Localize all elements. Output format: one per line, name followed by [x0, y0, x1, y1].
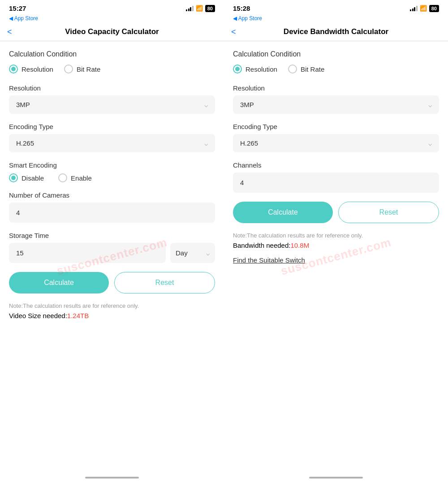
resolution-arrow-right: ⌵ — [428, 101, 432, 108]
back-arrow-right: < — [231, 27, 236, 37]
result-value-right: 10.8M — [290, 242, 309, 249]
status-bar-left: 15:27 📶 80 — [0, 0, 224, 14]
time-right: 15:28 — [233, 4, 250, 12]
storage-time-label: Storage Time — [9, 232, 215, 239]
wifi-icon-right: 📶 — [420, 5, 427, 12]
smart-enable-circle — [58, 173, 67, 182]
btn-row-left: Calculate Reset — [9, 272, 215, 293]
radio-circle-bitrate-right — [288, 65, 297, 73]
radio-circle-resolution-left — [9, 65, 18, 73]
result-value-left: 1.24TB — [67, 312, 89, 319]
calc-condition-label-right: Calculation Condition — [233, 50, 439, 58]
reset-button-left[interactable]: Reset — [114, 272, 215, 293]
radio-circle-bitrate-left — [64, 65, 73, 73]
smart-disable-circle — [9, 173, 18, 182]
storage-time-input[interactable] — [9, 243, 166, 263]
channels-label: Channels — [233, 161, 439, 169]
back-button-right[interactable]: < — [231, 27, 237, 37]
smart-disable-inner — [11, 176, 16, 180]
radio-resolution-right[interactable]: Resolution — [233, 65, 277, 73]
left-screen: 15:27 📶 80 ◀ App Store < Video Capacity … — [0, 0, 224, 483]
resolution-label-left: Resolution — [9, 84, 215, 92]
radio-bitrate-left[interactable]: Bit Rate — [64, 65, 100, 73]
cameras-label: Number of Cameras — [9, 191, 215, 199]
btn-row-right: Calculate Reset — [233, 202, 439, 223]
encoding-arrow-left: ⌵ — [204, 140, 208, 147]
channels-input[interactable] — [233, 172, 439, 193]
calc-condition-radio-right: Resolution Bit Rate — [233, 65, 439, 73]
home-indicator-right — [224, 472, 448, 483]
smart-disable-label: Disable — [22, 174, 44, 182]
radio-bitrate-right[interactable]: Bit Rate — [288, 65, 324, 73]
appstore-link-left[interactable]: ◀ App Store — [9, 15, 38, 22]
encoding-arrow-right: ⌵ — [428, 140, 432, 147]
smart-encoding-section: Smart Encoding Disable Enable — [9, 161, 215, 182]
result-right: Bandwidth needed:10.8M — [233, 242, 439, 249]
back-arrow-left: < — [7, 27, 12, 37]
smart-encoding-label: Smart Encoding — [9, 161, 215, 169]
appstore-link-right[interactable]: ◀ App Store — [233, 15, 262, 22]
wifi-icon-left: 📶 — [196, 5, 203, 12]
smart-enable-option[interactable]: Enable — [58, 173, 92, 182]
calc-condition-label-left: Calculation Condition — [9, 50, 215, 58]
smart-disable-option[interactable]: Disable — [9, 173, 44, 182]
status-icons-right: 📶 80 — [410, 5, 439, 12]
storage-unit-value: Day — [176, 249, 188, 257]
result-left: Video Size needed:1.24TB — [9, 312, 215, 319]
content-right: suscontcenter.com Calculation Condition … — [224, 41, 448, 472]
content-left: suscontcenter.com Calculation Condition … — [0, 41, 224, 472]
signal-icon-right — [410, 6, 418, 11]
signal-icon-left — [186, 6, 194, 11]
radio-resolution-label-right: Resolution — [246, 65, 277, 73]
cameras-input[interactable]: 4 — [9, 203, 215, 223]
radio-circle-resolution-right — [233, 65, 242, 73]
smart-encoding-options: Disable Enable — [9, 173, 215, 182]
radio-inner-resolution-left — [11, 67, 16, 71]
resolution-value-right: 3MP — [240, 101, 254, 108]
smart-enable-label: Enable — [71, 174, 92, 182]
resolution-value-left: 3MP — [16, 101, 30, 108]
find-switch-link[interactable]: Find the Suitable Switch — [233, 256, 439, 264]
radio-resolution-label-left: Resolution — [22, 65, 53, 73]
resolution-dropdown-right[interactable]: 3MP ⌵ — [233, 95, 439, 114]
resolution-label-right: Resolution — [233, 84, 439, 92]
status-icons-left: 📶 80 — [186, 5, 215, 12]
encoding-value-right: H.265 — [240, 139, 258, 147]
battery-left: 80 — [205, 5, 215, 12]
note-right: Note:The calculation results are for ref… — [233, 232, 439, 239]
radio-inner-resolution-right — [235, 67, 240, 71]
page-title-left: Video Capacity Calculator — [65, 27, 159, 36]
storage-unit-dropdown[interactable]: Day ⌵ — [170, 243, 215, 263]
navbar-right: < Device Bandwidth Calculator — [224, 24, 448, 41]
encoding-dropdown-right[interactable]: H.265 ⌵ — [233, 134, 439, 152]
storage-row: Day ⌵ — [9, 243, 215, 263]
radio-bitrate-label-right: Bit Rate — [301, 65, 324, 73]
battery-right: 80 — [429, 5, 439, 12]
storage-unit-arrow: ⌵ — [206, 250, 210, 257]
home-bar-right — [309, 477, 363, 479]
result-label-left: Video Size needed: — [9, 312, 67, 319]
resolution-dropdown-left[interactable]: 3MP ⌵ — [9, 95, 215, 114]
result-label-right: Bandwidth needed: — [233, 242, 290, 249]
status-bar-right: 15:28 📶 80 — [224, 0, 448, 14]
home-bar-left — [85, 477, 139, 479]
encoding-label-right: Encoding Type — [233, 123, 439, 130]
note-left: Note:The calculation results are for ref… — [9, 302, 215, 309]
resolution-arrow-left: ⌵ — [204, 101, 208, 108]
right-screen: 15:28 📶 80 ◀ App Store < Device Bandwidt… — [224, 0, 448, 483]
radio-bitrate-label-left: Bit Rate — [77, 65, 100, 73]
navbar-left: < Video Capacity Calculator — [0, 24, 224, 41]
encoding-value-left: H.265 — [16, 139, 34, 147]
calculate-button-left[interactable]: Calculate — [9, 272, 109, 293]
encoding-label-left: Encoding Type — [9, 123, 215, 130]
calc-condition-radio-left: Resolution Bit Rate — [9, 65, 215, 73]
radio-resolution-left[interactable]: Resolution — [9, 65, 53, 73]
reset-button-right[interactable]: Reset — [338, 202, 439, 223]
calculate-button-right[interactable]: Calculate — [233, 202, 333, 223]
back-button-left[interactable]: < — [7, 27, 13, 37]
encoding-dropdown-left[interactable]: H.265 ⌵ — [9, 134, 215, 152]
home-indicator-left — [0, 472, 224, 483]
page-title-right: Device Bandwidth Calculator — [284, 27, 388, 36]
time-left: 15:27 — [9, 4, 26, 12]
